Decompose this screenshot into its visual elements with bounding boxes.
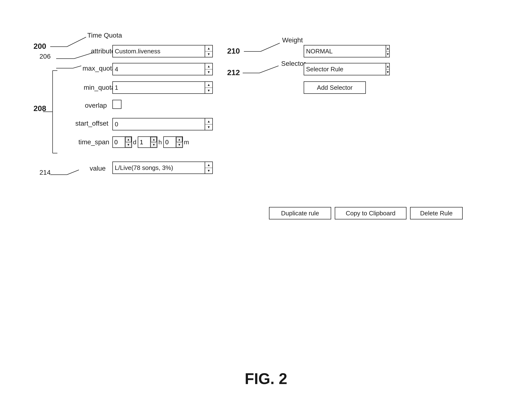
- min-quota-down[interactable]: ▼: [205, 88, 212, 94]
- timespan-days-input[interactable]: [113, 138, 125, 146]
- timespan-hours-field[interactable]: ▲ ▼: [138, 136, 157, 148]
- timespan-minutes-unit: ▲ ▼ m: [163, 136, 190, 148]
- ref-200: 200: [33, 42, 46, 51]
- overlap-checkbox[interactable]: [112, 100, 121, 109]
- add-selector-label: Add Selector: [317, 84, 353, 91]
- label-overlap: overlap: [85, 102, 107, 109]
- value-spinner[interactable]: ▲ ▼: [205, 162, 212, 174]
- attribute-field[interactable]: ▲ ▼: [112, 45, 213, 58]
- min-quota-spinner[interactable]: ▲ ▼: [205, 82, 212, 93]
- delete-rule-label: Delete Rule: [420, 210, 453, 217]
- max-quota-spinner[interactable]: ▲ ▼: [205, 63, 212, 75]
- svg-line-5: [73, 66, 81, 68]
- copy-to-clipboard-label: Copy to Clipboard: [346, 210, 395, 217]
- max-quota-up[interactable]: ▲: [205, 63, 212, 69]
- value-up[interactable]: ▲: [205, 162, 212, 168]
- figure-caption: FIG. 2: [245, 370, 287, 388]
- timespan-minutes-spinner[interactable]: ▲ ▼: [176, 137, 183, 147]
- selector-field[interactable]: ▲ ▼: [304, 63, 390, 75]
- label-attribute: attribute: [91, 47, 115, 55]
- ref-206: 206: [39, 53, 51, 60]
- timespan-hours-label: h: [158, 139, 162, 146]
- timespan-minutes-field[interactable]: ▲ ▼: [163, 136, 183, 148]
- selector-input[interactable]: [304, 65, 386, 74]
- max-quota-down[interactable]: ▼: [205, 69, 212, 75]
- weight-up[interactable]: ▲: [386, 45, 389, 52]
- min-quota-field[interactable]: ▲ ▼: [112, 81, 213, 94]
- label-weight: Weight: [282, 36, 303, 44]
- weight-field[interactable]: ▲ ▼: [304, 45, 390, 58]
- svg-line-13: [261, 43, 280, 52]
- duplicate-rule-button[interactable]: Duplicate rule: [269, 207, 331, 220]
- attribute-input[interactable]: [113, 47, 205, 56]
- ref-208: 208: [33, 104, 46, 113]
- timespan-hours-up[interactable]: ▲: [151, 137, 157, 142]
- timespan-hours-input[interactable]: [138, 138, 150, 146]
- ref-210: 210: [227, 47, 240, 56]
- timespan-hours-spinner[interactable]: ▲ ▼: [150, 137, 157, 147]
- max-quota-input[interactable]: [113, 65, 205, 74]
- start-offset-spinner[interactable]: ▲ ▼: [205, 118, 212, 130]
- duplicate-rule-label: Duplicate rule: [281, 210, 319, 217]
- timespan-minutes-label: m: [184, 139, 189, 146]
- add-selector-button[interactable]: Add Selector: [304, 81, 366, 94]
- selector-down[interactable]: ▼: [386, 69, 389, 75]
- timespan-days-up[interactable]: ▲: [125, 137, 132, 142]
- value-down[interactable]: ▼: [205, 168, 212, 174]
- value-field[interactable]: ▲ ▼: [112, 162, 213, 174]
- timespan-days-down[interactable]: ▼: [125, 142, 132, 148]
- timespan-hours-unit: ▲ ▼ h: [138, 136, 163, 148]
- timespan-days-unit: ▲ ▼ d: [112, 136, 138, 148]
- ref-214: 214: [39, 169, 51, 176]
- timespan-days-spinner[interactable]: ▲ ▼: [125, 137, 132, 147]
- attribute-spinner[interactable]: ▲ ▼: [205, 45, 212, 57]
- copy-to-clipboard-button[interactable]: Copy to Clipboard: [335, 207, 406, 220]
- value-input[interactable]: [113, 163, 205, 173]
- label-time-quota: Time Quota: [87, 32, 122, 39]
- weight-down[interactable]: ▼: [386, 52, 389, 57]
- start-offset-input[interactable]: [113, 120, 205, 129]
- min-quota-up[interactable]: ▲: [205, 82, 212, 88]
- ref-212: 212: [227, 68, 240, 77]
- label-start-offset: start_offset: [75, 120, 108, 127]
- svg-line-1: [67, 37, 86, 47]
- label-max-quota: max_quota: [82, 65, 116, 72]
- timespan-group: ▲ ▼ d ▲ ▼ h ▲ ▼: [112, 136, 190, 148]
- start-offset-down[interactable]: ▼: [205, 124, 212, 130]
- weight-input[interactable]: [304, 47, 386, 56]
- timespan-hours-down[interactable]: ▼: [151, 142, 157, 148]
- timespan-minutes-input[interactable]: [164, 138, 176, 146]
- label-value: value: [90, 165, 106, 172]
- svg-line-15: [260, 66, 279, 73]
- selector-up[interactable]: ▲: [386, 63, 389, 69]
- timespan-days-label: d: [133, 139, 136, 146]
- max-quota-field[interactable]: ▲ ▼: [112, 63, 213, 75]
- label-min-quota: min_quota: [84, 84, 115, 91]
- timespan-minutes-down[interactable]: ▼: [176, 142, 183, 148]
- selector-spinner[interactable]: ▲ ▼: [386, 63, 389, 75]
- svg-line-3: [74, 53, 93, 59]
- attribute-up[interactable]: ▲: [205, 45, 212, 52]
- timespan-minutes-up[interactable]: ▲: [176, 137, 183, 142]
- start-offset-field[interactable]: ▲ ▼: [112, 118, 213, 130]
- attribute-down[interactable]: ▼: [205, 52, 212, 57]
- timespan-days-field[interactable]: ▲ ▼: [112, 136, 132, 148]
- start-offset-up[interactable]: ▲: [205, 118, 212, 124]
- delete-rule-button[interactable]: Delete Rule: [410, 207, 463, 220]
- svg-line-11: [67, 170, 79, 175]
- label-time-span: time_span: [78, 138, 109, 146]
- label-selector: Selector: [281, 60, 306, 67]
- weight-spinner[interactable]: ▲ ▼: [386, 45, 389, 57]
- min-quota-input[interactable]: [113, 83, 205, 92]
